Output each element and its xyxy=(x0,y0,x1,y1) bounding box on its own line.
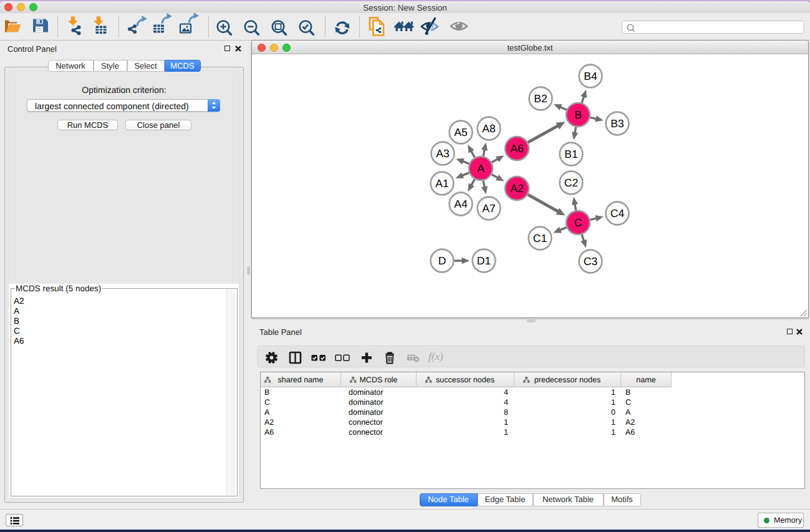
svg-text:D1: D1 xyxy=(477,254,491,267)
svg-text:A4: A4 xyxy=(454,198,468,210)
svg-text:A1: A1 xyxy=(435,177,448,190)
svg-text:B3: B3 xyxy=(610,117,624,130)
svg-text:A: A xyxy=(477,162,485,175)
svg-text:A8: A8 xyxy=(482,122,495,135)
svg-text:A6: A6 xyxy=(510,142,523,155)
svg-text:C4: C4 xyxy=(610,207,625,220)
svg-text:C: C xyxy=(574,216,582,229)
svg-text:A7: A7 xyxy=(482,202,495,215)
svg-text:B: B xyxy=(574,109,582,121)
svg-text:B4: B4 xyxy=(584,70,597,82)
svg-text:A3: A3 xyxy=(436,147,449,160)
svg-text:C1: C1 xyxy=(533,232,547,244)
svg-text:B2: B2 xyxy=(534,92,547,105)
svg-text:A2: A2 xyxy=(510,182,523,195)
svg-text:B1: B1 xyxy=(564,148,577,160)
svg-text:C2: C2 xyxy=(564,177,578,189)
svg-text:D: D xyxy=(438,254,446,267)
svg-text:A5: A5 xyxy=(454,126,467,138)
svg-text:C3: C3 xyxy=(584,255,597,268)
